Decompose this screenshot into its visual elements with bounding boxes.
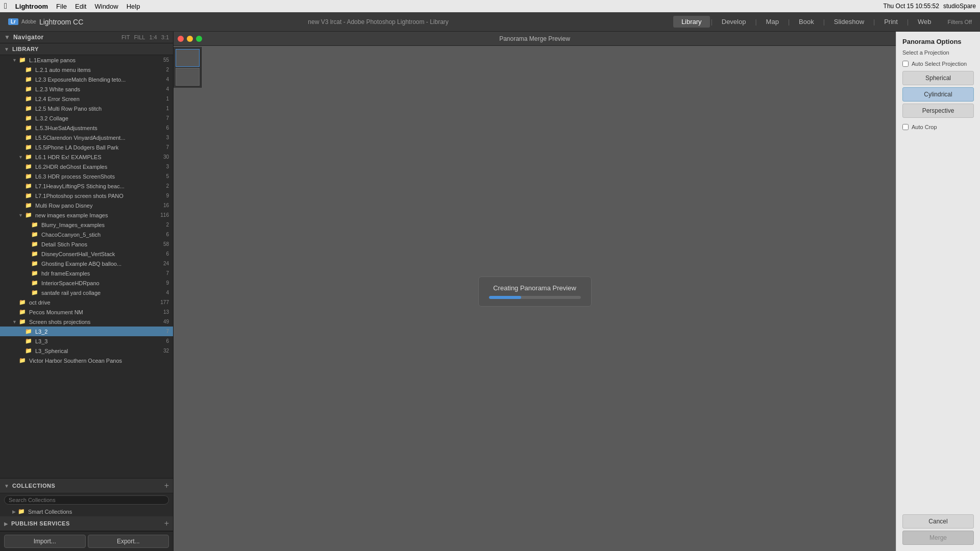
folder-item[interactable]: 📁L2.4 Error Screen1: [0, 94, 173, 104]
export-button[interactable]: Export...: [88, 535, 169, 548]
folder-item[interactable]: 📁Detail Stich Panos58: [0, 239, 173, 249]
collections-search: [0, 493, 173, 507]
collections-label: Collections: [12, 483, 55, 489]
publish-triangle: ▶: [4, 521, 8, 527]
select-projection-label: Select a Projection: [902, 49, 974, 56]
tab-print[interactable]: Print: [876, 16, 906, 28]
folder-item[interactable]: 📁Blurry_Images_examples2: [0, 220, 173, 230]
auto-select-checkbox[interactable]: [902, 61, 909, 67]
cylindrical-button[interactable]: Cylindrical: [902, 87, 974, 102]
folders-label: Library: [12, 46, 39, 52]
add-publish-button[interactable]: +: [164, 519, 169, 528]
folder-item[interactable]: 📁InteriorSpaceHDRpano9: [0, 278, 173, 288]
collections-header[interactable]: ▼ Collections +: [0, 479, 173, 493]
perspective-button[interactable]: Perspective: [902, 104, 974, 118]
folder-item[interactable]: 📁ChacoCcanyon_5_stich6: [0, 230, 173, 239]
folder-item[interactable]: 📁santafe rail yard collage4: [0, 288, 173, 297]
publish-services-header[interactable]: ▶ Publish Services +: [0, 516, 173, 531]
menu-file[interactable]: File: [56, 3, 67, 10]
menu-edit[interactable]: Edit: [75, 3, 86, 10]
tab-map[interactable]: Map: [758, 16, 787, 28]
folder-item[interactable]: 📁hdr frameExamples7: [0, 268, 173, 278]
thumbnail-strip: [174, 47, 202, 88]
folder-item[interactable]: 📁DisneyConsertHall_VertStack6: [0, 249, 173, 259]
merge-button: Merge: [902, 531, 974, 545]
folder-item[interactable]: ▼📁new images example Images116: [0, 210, 173, 220]
filters-off-label: Filters Off: [948, 19, 972, 25]
folder-item[interactable]: 📁L.2.1 auto menu items2: [0, 65, 173, 74]
tab-develop[interactable]: Develop: [714, 16, 754, 28]
folder-item[interactable]: 📁L6.3 HDR process ScreenShots5: [0, 171, 173, 181]
tab-book[interactable]: Book: [791, 16, 822, 28]
main-layout: ▼ Navigator FIT FILL 1:4 3:1 ▼ Library ▼…: [0, 32, 980, 551]
menubar-user: studioSpare: [943, 3, 976, 10]
folder-item[interactable]: 📁L.3.2 Collage7: [0, 113, 173, 123]
ratio2-btn[interactable]: 3:1: [161, 34, 169, 40]
dialog-title: Panorama Merge Preview: [499, 35, 570, 42]
auto-crop-checkbox[interactable]: [902, 124, 909, 130]
sidebar: ▼ Navigator FIT FILL 1:4 3:1 ▼ Library ▼…: [0, 32, 174, 551]
fill-btn[interactable]: FILL: [134, 34, 145, 40]
ratio1-btn[interactable]: 1:4: [149, 34, 157, 40]
auto-crop-row: Auto Crop: [902, 124, 974, 130]
folder-item[interactable]: 📁L3_Spherical32: [0, 346, 173, 356]
fit-btn[interactable]: FIT: [121, 34, 130, 40]
folders-section-header[interactable]: ▼ Library: [0, 43, 173, 55]
folder-item[interactable]: 📁Victor Harbor Southern Ocean Panos: [0, 356, 173, 365]
folder-item[interactable]: 📁L6.2HDR deGhost Examples3: [0, 162, 173, 171]
progress-text: Creating Panorama Preview: [493, 284, 576, 292]
apple-menu[interactable]: : [4, 2, 7, 11]
smart-collections-item[interactable]: ▶ 📁 Smart Collections: [0, 507, 173, 516]
folder-item[interactable]: 📁L5.5Clarendon VinyardAdjustment...3: [0, 133, 173, 142]
nav-tabs: Library | Develop | Map | Book | Slidesh…: [673, 16, 940, 28]
menu-lightroom[interactable]: Lightroom: [15, 3, 48, 10]
maximize-button[interactable]: [196, 36, 202, 42]
app-logo: Lr Adobe Lightroom CC: [8, 18, 83, 26]
folder-item[interactable]: 📁L2.5 Multi Row Pano stitch1: [0, 104, 173, 113]
add-collection-button[interactable]: +: [164, 481, 169, 490]
progress-bar-fill: [489, 296, 521, 299]
progress-bar-background: [489, 296, 581, 299]
folder-item[interactable]: 📁Pecos Monument NM13: [0, 307, 173, 317]
app-name: Lightroom CC: [39, 18, 83, 26]
folder-item[interactable]: ▼📁Screen shots projections49: [0, 317, 173, 327]
folder-item[interactable]: 📁Ghosting Example ABQ balloo...24: [0, 259, 173, 268]
navigator-header[interactable]: ▼ Navigator FIT FILL 1:4 3:1: [0, 32, 173, 43]
folder-item[interactable]: 📁L.2.3 White sands4: [0, 84, 173, 94]
tab-web[interactable]: Web: [910, 16, 940, 28]
tab-library[interactable]: Library: [673, 16, 710, 28]
collections-triangle: ▼: [4, 483, 9, 489]
panorama-merge-dialog: Panorama Merge Preview Creating Panorama…: [174, 32, 980, 551]
dialog-buttons: Cancel Merge: [902, 514, 974, 545]
menu-window[interactable]: Window: [94, 3, 118, 10]
cancel-button[interactable]: Cancel: [902, 514, 974, 529]
close-button[interactable]: [178, 36, 184, 42]
publish-label: Publish Services: [11, 520, 70, 527]
folder-item[interactable]: 📁L.5.3HueSatAdjustments6: [0, 123, 173, 133]
menubar-right: Thu Oct 15 10:55:52 studioSpare: [884, 3, 976, 10]
folder-item[interactable]: ▼📁L.1Example panos55: [0, 55, 173, 65]
traffic-lights: [178, 36, 202, 42]
folder-item[interactable]: 📁L3_36: [0, 336, 173, 346]
strip-thumb-2[interactable]: [176, 68, 200, 86]
pano-preview-panel: Panorama Merge Preview Creating Panorama…: [174, 32, 896, 551]
folder-item[interactable]: ▼📁L6.1 HDR Ex! EXAMPLES30: [0, 152, 173, 162]
folder-item[interactable]: 📁Multi Row pano Disney16: [0, 201, 173, 210]
folder-item[interactable]: 📁L3_27: [0, 327, 173, 336]
folder-item[interactable]: 📁oct drive177: [0, 297, 173, 307]
folder-item[interactable]: 📁L5.5iPhone LA Dodgers Ball Park7: [0, 142, 173, 152]
collections-section: ▼ Collections + ▶ 📁 Smart Collections: [0, 478, 173, 516]
spherical-button[interactable]: Spherical: [902, 71, 974, 85]
folder-item[interactable]: 📁L7.1HeavyLiftingPS Stiching beac...2: [0, 181, 173, 191]
panorama-options-panel: Panorama Options Select a Projection Aut…: [896, 32, 980, 551]
import-button[interactable]: Import...: [4, 535, 86, 548]
collections-search-input[interactable]: [4, 495, 169, 505]
folder-item[interactable]: 📁L2.3 ExposureMatch Blending teto...4: [0, 74, 173, 84]
folder-item[interactable]: 📁L7.1Photoshop screen shots PANO9: [0, 191, 173, 201]
menu-help[interactable]: Help: [127, 3, 140, 10]
navigator-triangle: ▼: [4, 34, 10, 41]
minimize-button[interactable]: [187, 36, 193, 42]
menu-bar:  Lightroom File Edit Window Help Thu Oc…: [0, 0, 980, 12]
strip-thumb-1[interactable]: [176, 49, 200, 67]
tab-slideshow[interactable]: Slideshow: [826, 16, 872, 28]
